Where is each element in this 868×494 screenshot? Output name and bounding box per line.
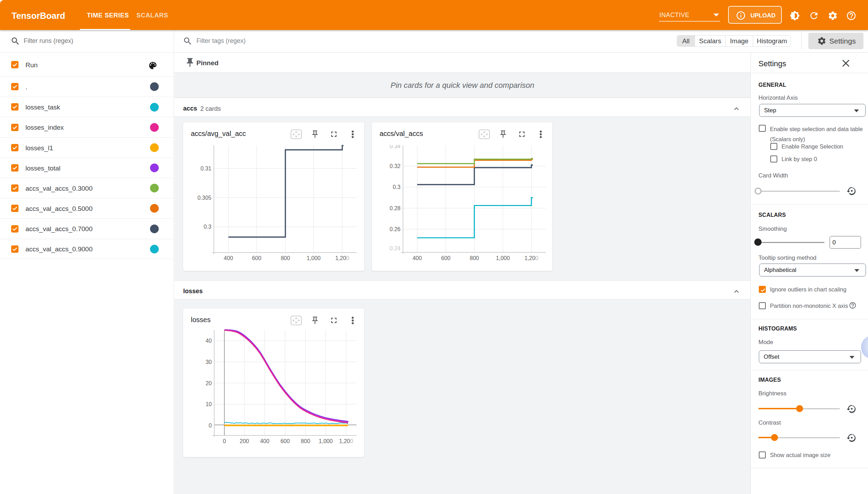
- svg-text:0.3: 0.3: [204, 224, 211, 230]
- svg-text:0.28: 0.28: [390, 205, 401, 211]
- svg-text:400: 400: [412, 255, 422, 261]
- svg-text:0.305: 0.305: [197, 195, 211, 201]
- svg-text:0.26: 0.26: [390, 226, 401, 232]
- svg-text:1,200: 1,200: [335, 255, 349, 261]
- svg-text:1,000: 1,000: [307, 255, 321, 261]
- svg-text:0.31: 0.31: [201, 166, 211, 172]
- svg-text:200: 200: [240, 438, 249, 444]
- svg-text:400: 400: [260, 438, 269, 444]
- svg-text:1,200: 1,200: [524, 255, 538, 261]
- svg-text:0: 0: [209, 423, 212, 428]
- svg-text:40: 40: [205, 338, 212, 344]
- svg-text:1,000: 1,000: [319, 438, 333, 444]
- svg-text:600: 600: [441, 255, 451, 261]
- svg-text:800: 800: [281, 255, 290, 261]
- svg-text:800: 800: [301, 438, 310, 444]
- svg-text:0.24: 0.24: [390, 245, 401, 251]
- svg-text:30: 30: [205, 359, 212, 365]
- svg-text:10: 10: [205, 401, 212, 407]
- svg-text:600: 600: [252, 255, 261, 261]
- svg-text:400: 400: [224, 255, 233, 261]
- svg-text:800: 800: [470, 255, 479, 261]
- svg-text:0.3: 0.3: [393, 184, 401, 190]
- svg-text:0.32: 0.32: [390, 163, 401, 169]
- svg-text:0: 0: [223, 438, 226, 444]
- svg-text:1,000: 1,000: [496, 255, 510, 261]
- svg-text:1,200: 1,200: [339, 438, 353, 444]
- svg-text:20: 20: [205, 380, 212, 386]
- svg-text:600: 600: [280, 438, 290, 444]
